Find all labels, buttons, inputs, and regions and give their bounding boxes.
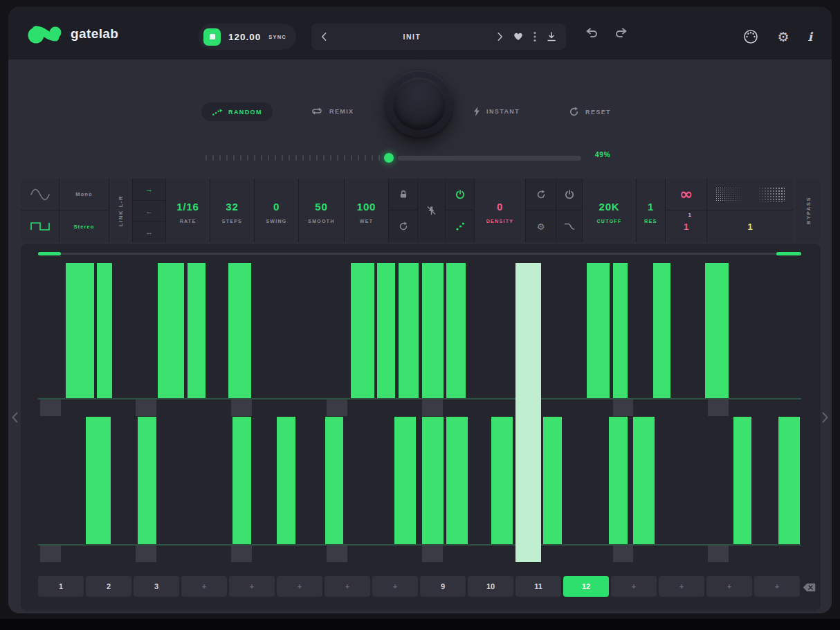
gate-bar[interactable] <box>66 263 94 398</box>
instant-button[interactable]: INSTANT <box>473 107 520 116</box>
density-power-button[interactable] <box>446 179 474 210</box>
shape-page-button[interactable]: 1 1 <box>666 210 706 242</box>
gate-bar[interactable] <box>422 417 444 544</box>
pattern-button-3[interactable]: 3 <box>134 576 179 597</box>
slider-filled-track[interactable] <box>398 156 581 161</box>
module-settings-button[interactable]: ⚙ <box>526 210 556 242</box>
pattern-button-8[interactable]: + <box>372 576 418 597</box>
randomize-amount-slider[interactable] <box>204 151 581 165</box>
save-preset-button[interactable] <box>547 32 556 42</box>
gate-bar[interactable] <box>422 263 444 398</box>
redo-button[interactable] <box>614 28 628 39</box>
stop-button[interactable] <box>203 28 221 46</box>
gate-bar[interactable] <box>446 417 468 544</box>
gate-bar[interactable] <box>277 417 295 544</box>
pin-off-button[interactable] <box>418 179 446 242</box>
gate-bar[interactable] <box>138 417 156 544</box>
gate-bar[interactable] <box>613 263 628 398</box>
pattern-button-12[interactable]: 12 <box>563 576 609 597</box>
next-page-chevron[interactable] <box>822 412 828 426</box>
gate-bar[interactable] <box>705 263 729 398</box>
cutoff-control[interactable]: 20K CUTOFF <box>583 179 637 242</box>
loop-start-marker[interactable] <box>38 252 61 255</box>
filter-slope-button[interactable] <box>556 210 582 242</box>
random-button[interactable]: RANDOM <box>201 102 273 121</box>
steps-control[interactable]: 32 STEPS <box>210 179 255 242</box>
gate-bar[interactable] <box>399 263 419 398</box>
direction-forward-button[interactable]: → <box>133 179 165 200</box>
gate-row-right[interactable] <box>38 417 801 546</box>
undo-button[interactable] <box>585 28 599 39</box>
gate-bar[interactable] <box>491 417 513 544</box>
gate-stub[interactable] <box>136 399 156 416</box>
loop-end-marker[interactable] <box>776 252 801 255</box>
gate-stub[interactable] <box>422 546 443 562</box>
preset-name[interactable]: INIT <box>337 33 487 41</box>
pattern-button-2[interactable]: 2 <box>86 576 131 597</box>
randomize-amount-handle[interactable] <box>384 153 394 163</box>
pattern-button-15[interactable]: + <box>706 576 752 597</box>
pattern-button-11[interactable]: 11 <box>515 576 561 597</box>
gate-stub[interactable] <box>40 546 61 562</box>
density-control[interactable]: 0 DENSITY <box>475 179 526 242</box>
density-dots-button[interactable] <box>446 210 474 242</box>
reset-button[interactable]: RESET <box>569 107 611 117</box>
pattern-button-9[interactable]: 9 <box>420 576 466 597</box>
preset-next-button[interactable] <box>497 33 503 41</box>
pattern-button-4[interactable]: + <box>181 576 227 597</box>
square-wave-button[interactable] <box>21 210 59 242</box>
cycle-button[interactable] <box>389 210 417 242</box>
remix-button[interactable]: REMIX <box>311 107 354 116</box>
pattern-button-14[interactable]: + <box>659 576 704 597</box>
settings-button[interactable]: ⚙ <box>777 30 789 44</box>
gate-bar[interactable] <box>778 417 800 544</box>
gate-stub[interactable] <box>613 399 634 416</box>
swing-control[interactable]: 0 SWING <box>255 179 299 242</box>
link-lr-toggle[interactable]: LINK L-R <box>109 179 133 242</box>
retrig-cycle-button[interactable] <box>526 179 556 210</box>
shape-infinity-button[interactable]: ∞ <box>666 179 706 210</box>
favorite-button[interactable] <box>513 33 523 41</box>
loop-track[interactable] <box>38 253 801 255</box>
pattern-button-7[interactable]: + <box>325 576 370 597</box>
noise-page-button[interactable]: 1 <box>707 210 793 242</box>
pattern-button-16[interactable]: + <box>754 576 800 597</box>
gate-stub[interactable] <box>708 399 729 416</box>
pattern-button-13[interactable]: + <box>611 576 657 597</box>
bypass-toggle[interactable]: BYPASS <box>796 179 821 242</box>
gate-bar[interactable] <box>587 263 610 398</box>
rate-control[interactable]: 1/16 RATE <box>166 179 210 242</box>
gate-bar[interactable] <box>377 263 395 398</box>
gate-stub[interactable] <box>136 546 156 562</box>
sine-wave-button[interactable] <box>21 179 59 210</box>
bpm-display[interactable]: 120.00 <box>228 32 261 42</box>
gate-bar[interactable] <box>158 263 184 398</box>
resonance-control[interactable]: 1 RES <box>637 179 666 242</box>
pattern-button-5[interactable]: + <box>229 576 275 597</box>
direction-pingpong-button[interactable]: ↔ <box>133 221 165 242</box>
mono-button[interactable]: Mono <box>60 179 109 210</box>
noise-texture-a[interactable] <box>715 187 747 202</box>
gate-stub[interactable] <box>422 399 443 416</box>
filter-power-button[interactable] <box>556 179 582 210</box>
lock-button[interactable] <box>389 179 417 210</box>
preset-menu-button[interactable] <box>533 31 536 42</box>
wet-control[interactable]: 100 WET <box>345 179 389 242</box>
gate-bar[interactable] <box>653 263 670 398</box>
gate-stub[interactable] <box>40 399 61 416</box>
gate-bar[interactable] <box>446 263 466 398</box>
prev-page-chevron[interactable] <box>12 412 18 426</box>
gate-stub[interactable] <box>708 546 729 562</box>
gate-bar[interactable] <box>97 263 112 398</box>
pattern-button-10[interactable]: 10 <box>468 576 513 597</box>
clear-pattern-button[interactable] <box>803 582 816 595</box>
noise-texture-b[interactable] <box>753 187 785 202</box>
midi-button[interactable] <box>743 29 758 44</box>
direction-backward-button[interactable]: ← <box>133 200 165 222</box>
gate-bar[interactable] <box>543 417 561 544</box>
main-knob[interactable] <box>386 71 453 137</box>
gate-stub[interactable] <box>231 546 252 562</box>
gate-stub[interactable] <box>327 546 347 562</box>
gate-stub[interactable] <box>327 399 347 416</box>
pattern-button-6[interactable]: + <box>277 576 322 597</box>
